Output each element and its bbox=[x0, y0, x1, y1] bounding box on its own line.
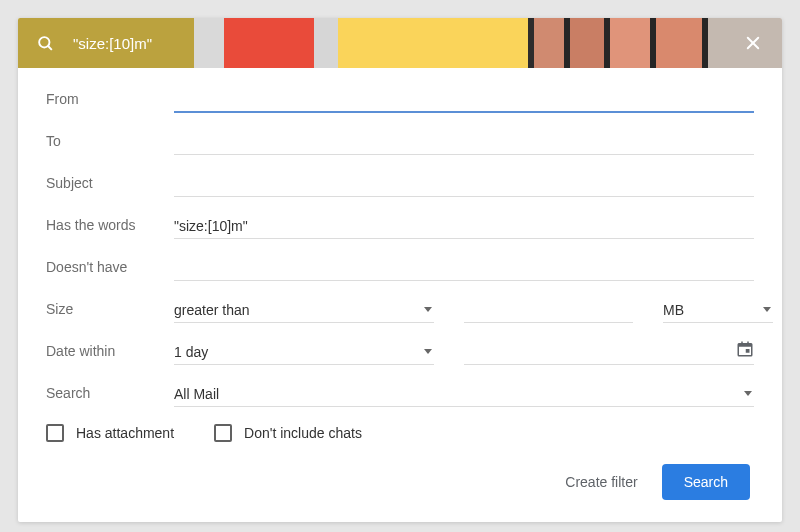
from-label: From bbox=[46, 91, 174, 107]
has-words-label: Has the words bbox=[46, 217, 174, 233]
search-icon[interactable] bbox=[36, 34, 55, 53]
calendar-icon[interactable] bbox=[736, 340, 754, 364]
dont-include-chats-checkbox[interactable]: Don't include chats bbox=[214, 424, 362, 442]
checkbox-box bbox=[214, 424, 232, 442]
search-scope-label: Search bbox=[46, 385, 174, 401]
advanced-search-panel: "size:[10]m" From To Subject Has the wor… bbox=[18, 18, 782, 522]
chevron-down-icon bbox=[424, 349, 432, 354]
size-operator-value: greater than bbox=[174, 302, 250, 318]
search-scope-value: All Mail bbox=[174, 386, 219, 402]
doesnt-have-input[interactable] bbox=[174, 254, 754, 281]
dont-include-chats-label: Don't include chats bbox=[244, 425, 362, 441]
to-label: To bbox=[46, 133, 174, 149]
to-input[interactable] bbox=[174, 128, 754, 155]
svg-rect-5 bbox=[738, 344, 752, 347]
chevron-down-icon bbox=[744, 391, 752, 396]
search-header: "size:[10]m" bbox=[18, 18, 782, 68]
chevron-down-icon bbox=[763, 307, 771, 312]
svg-line-1 bbox=[48, 46, 52, 50]
search-button[interactable]: Search bbox=[662, 464, 750, 500]
svg-rect-6 bbox=[741, 342, 743, 346]
search-scope-select[interactable]: All Mail bbox=[174, 380, 754, 407]
has-words-input[interactable] bbox=[174, 212, 754, 239]
subject-label: Subject bbox=[46, 175, 174, 191]
search-query-text[interactable]: "size:[10]m" bbox=[73, 35, 152, 52]
svg-rect-7 bbox=[747, 342, 749, 346]
svg-rect-8 bbox=[746, 349, 750, 353]
search-form: From To Subject Has the words Doesn't ha… bbox=[18, 68, 782, 522]
chevron-down-icon bbox=[424, 307, 432, 312]
checkbox-box bbox=[46, 424, 64, 442]
doesnt-have-label: Doesn't have bbox=[46, 259, 174, 275]
size-unit-value: MB bbox=[663, 302, 684, 318]
date-range-value: 1 day bbox=[174, 344, 208, 360]
size-operator-select[interactable]: greater than bbox=[174, 296, 434, 323]
size-unit-select[interactable]: MB bbox=[663, 296, 773, 323]
size-label: Size bbox=[46, 301, 174, 317]
svg-point-0 bbox=[39, 37, 49, 47]
date-picker-input[interactable] bbox=[464, 341, 754, 365]
has-attachment-label: Has attachment bbox=[76, 425, 174, 441]
subject-input[interactable] bbox=[174, 170, 754, 197]
size-value-input[interactable] bbox=[464, 299, 633, 323]
create-filter-button[interactable]: Create filter bbox=[565, 474, 637, 490]
close-icon[interactable] bbox=[744, 34, 762, 52]
has-attachment-checkbox[interactable]: Has attachment bbox=[46, 424, 174, 442]
date-within-label: Date within bbox=[46, 343, 174, 359]
date-range-select[interactable]: 1 day bbox=[174, 338, 434, 365]
from-input[interactable] bbox=[174, 85, 754, 113]
